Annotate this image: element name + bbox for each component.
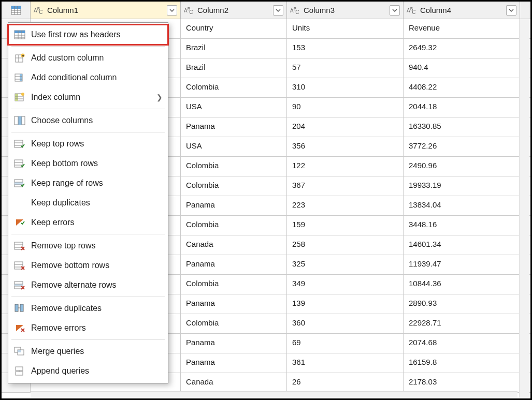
- table-corner-button[interactable]: [2, 2, 31, 19]
- cell[interactable]: 26: [287, 373, 404, 392]
- cell[interactable]: 356: [287, 137, 404, 156]
- cell[interactable]: 13834.04: [404, 196, 520, 215]
- cell[interactable]: USA: [181, 98, 287, 117]
- cell[interactable]: 3448.16: [404, 216, 520, 235]
- cell[interactable]: 122: [287, 157, 404, 176]
- cell[interactable]: 2178.03: [404, 373, 520, 392]
- cell[interactable]: Panama: [181, 117, 287, 137]
- column-filter-button[interactable]: [390, 5, 400, 16]
- menu-label: Keep duplicates: [31, 198, 163, 208]
- menu-remove-bottom-rows[interactable]: Remove bottom rows: [8, 256, 168, 275]
- cell[interactable]: 349: [287, 275, 404, 294]
- menu-add-conditional-column[interactable]: Add conditional column: [8, 68, 168, 87]
- menu-label: Index column: [31, 93, 156, 102]
- cell[interactable]: 153: [287, 39, 404, 58]
- cell[interactable]: Colombia: [181, 157, 287, 176]
- menu-merge-queries[interactable]: Merge queries: [8, 342, 168, 361]
- cell[interactable]: 2649.32: [404, 39, 520, 58]
- chevron-down-icon: [169, 9, 175, 12]
- cell[interactable]: 940.4: [404, 58, 520, 78]
- cell[interactable]: 361: [287, 353, 404, 373]
- menu-separator: [11, 109, 165, 109]
- column-header-column2[interactable]: ABC Column2: [181, 2, 287, 19]
- column-header-column1[interactable]: ABC Column1: [31, 2, 181, 19]
- cell[interactable]: 90: [287, 98, 404, 117]
- cell[interactable]: 223: [287, 196, 404, 215]
- menu-index-column[interactable]: Index column ❯: [8, 87, 168, 107]
- menu-choose-columns[interactable]: Choose columns: [8, 111, 168, 130]
- cell[interactable]: Colombia: [181, 314, 287, 333]
- cell[interactable]: Panama: [181, 196, 287, 215]
- cell[interactable]: 69: [287, 334, 404, 353]
- cell[interactable]: USA: [181, 137, 287, 156]
- cell[interactable]: Colombia: [181, 78, 287, 97]
- cell[interactable]: Colombia: [181, 176, 287, 196]
- menu-use-first-row-as-headers[interactable]: Use first row as headers: [8, 25, 168, 45]
- menu-separator: [11, 46, 165, 47]
- cell[interactable]: 3772.26: [404, 137, 520, 156]
- menu-keep-bottom-rows[interactable]: Keep bottom rows: [8, 154, 168, 173]
- cell[interactable]: Canada: [181, 235, 287, 255]
- cell[interactable]: 14601.34: [404, 235, 520, 255]
- menu-label: Remove top rows: [31, 241, 163, 250]
- cell[interactable]: 2890.93: [404, 294, 520, 314]
- column-name-label: Column4: [418, 6, 506, 14]
- cell[interactable]: 258: [287, 235, 404, 255]
- menu-keep-top-rows[interactable]: Keep top rows: [8, 134, 168, 154]
- cell[interactable]: 2490.96: [404, 157, 520, 176]
- cell[interactable]: 57: [287, 58, 404, 78]
- cell[interactable]: Canada: [181, 373, 287, 392]
- cell[interactable]: 19933.19: [404, 176, 520, 196]
- cell[interactable]: 2074.68: [404, 334, 520, 353]
- menu-add-custom-column[interactable]: ✱ Add custom column: [8, 48, 168, 68]
- column-header-column4[interactable]: ABC Column4: [404, 2, 520, 19]
- cell[interactable]: Country: [181, 19, 287, 38]
- cell[interactable]: Brazil: [181, 58, 287, 78]
- menu-remove-alternate-rows[interactable]: Remove alternate rows: [8, 275, 168, 295]
- cell[interactable]: Revenue: [404, 19, 520, 38]
- cell[interactable]: Units: [287, 19, 404, 38]
- cell[interactable]: 159: [287, 216, 404, 235]
- cell[interactable]: 10844.36: [404, 275, 520, 294]
- cell[interactable]: Panama: [181, 334, 287, 353]
- cell[interactable]: 16330.85: [404, 117, 520, 137]
- column-filter-button[interactable]: [167, 5, 177, 16]
- chevron-right-icon: ❯: [156, 93, 163, 101]
- cell[interactable]: 2044.18: [404, 98, 520, 117]
- cell[interactable]: Brazil: [181, 39, 287, 58]
- menu-keep-duplicates[interactable]: Keep duplicates: [8, 193, 168, 213]
- cell[interactable]: 310: [287, 78, 404, 97]
- cell[interactable]: 139: [287, 294, 404, 314]
- column-filter-button[interactable]: [506, 5, 516, 16]
- cell[interactable]: 204: [287, 117, 404, 137]
- cell[interactable]: 11939.47: [404, 255, 520, 274]
- keep-bottom-rows-icon: [12, 157, 27, 170]
- svg-rect-1: [11, 6, 21, 9]
- merge-queries-icon: [12, 345, 27, 358]
- menu-keep-range-of-rows[interactable]: Keep range of rows: [8, 173, 168, 193]
- menu-remove-duplicates[interactable]: Remove duplicates: [8, 299, 168, 318]
- menu-label: Keep bottom rows: [31, 159, 163, 168]
- cell[interactable]: Colombia: [181, 275, 287, 294]
- cell[interactable]: Panama: [181, 294, 287, 314]
- horizontal-scrollbar[interactable]: [31, 391, 517, 397]
- cell[interactable]: 16159.8: [404, 353, 520, 373]
- menu-append-queries[interactable]: Append queries: [8, 361, 168, 381]
- cell[interactable]: 22928.71: [404, 314, 520, 333]
- cell[interactable]: 360: [287, 314, 404, 333]
- menu-keep-errors[interactable]: Keep errors: [8, 213, 168, 232]
- cell[interactable]: 325: [287, 255, 404, 274]
- menu-remove-top-rows[interactable]: Remove top rows: [8, 236, 168, 256]
- menu-remove-errors[interactable]: Remove errors: [8, 318, 168, 338]
- table-headers-icon: [12, 28, 27, 41]
- vertical-scrollbar[interactable]: [519, 19, 529, 397]
- column-filter-button[interactable]: [273, 5, 283, 16]
- text-type-icon: ABC: [290, 7, 301, 13]
- column-header-column3[interactable]: ABC Column3: [287, 2, 404, 19]
- cell[interactable]: 367: [287, 176, 404, 196]
- cell[interactable]: Panama: [181, 255, 287, 274]
- cell[interactable]: Panama: [181, 353, 287, 373]
- custom-column-icon: ✱: [12, 51, 27, 65]
- cell[interactable]: 4408.22: [404, 78, 520, 97]
- cell[interactable]: Colombia: [181, 216, 287, 235]
